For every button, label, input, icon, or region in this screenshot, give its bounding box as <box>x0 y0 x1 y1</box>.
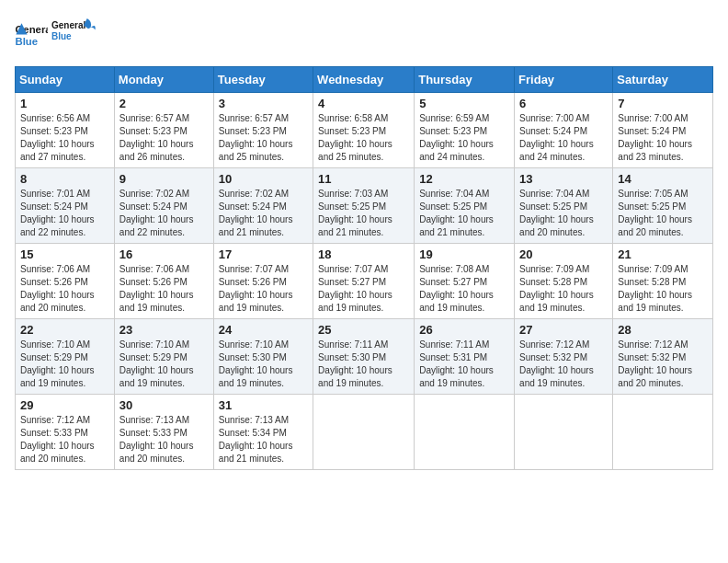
cell-info: Sunrise: 7:11 AM Sunset: 5:30 PM Dayligh… <box>318 339 409 390</box>
daylight-label: Daylight: 10 hours and 26 minutes. <box>119 139 194 162</box>
daylight-label: Daylight: 10 hours and 21 minutes. <box>219 441 293 464</box>
sunset-label: Sunset: 5:26 PM <box>119 277 188 287</box>
day-number: 20 <box>519 247 608 261</box>
calendar-cell: 30 Sunrise: 7:13 AM Sunset: 5:33 PM Dayl… <box>114 395 213 470</box>
calendar-cell: 20 Sunrise: 7:09 AM Sunset: 5:28 PM Dayl… <box>515 244 613 319</box>
calendar-week-row: 15 Sunrise: 7:06 AM Sunset: 5:26 PM Dayl… <box>16 244 713 319</box>
sunset-label: Sunset: 5:23 PM <box>318 126 386 136</box>
calendar-day-header: Sunday <box>16 67 115 93</box>
sunrise-label: Sunrise: 7:00 AM <box>618 113 688 123</box>
sunset-label: Sunset: 5:27 PM <box>318 277 386 287</box>
calendar-cell: 28 Sunrise: 7:12 AM Sunset: 5:32 PM Dayl… <box>613 319 713 395</box>
calendar-week-row: 29 Sunrise: 7:12 AM Sunset: 5:33 PM Dayl… <box>16 395 713 470</box>
sunset-label: Sunset: 5:28 PM <box>618 277 686 287</box>
calendar-cell: 6 Sunrise: 7:00 AM Sunset: 5:24 PM Dayli… <box>515 93 613 168</box>
daylight-label: Daylight: 10 hours and 19 minutes. <box>119 290 194 313</box>
cell-info: Sunrise: 7:12 AM Sunset: 5:32 PM Dayligh… <box>519 339 608 390</box>
calendar-cell <box>515 395 613 470</box>
logo-bird-icon: General Blue <box>51 15 97 52</box>
sunset-label: Sunset: 5:25 PM <box>618 201 686 212</box>
calendar-cell: 22 Sunrise: 7:10 AM Sunset: 5:29 PM Dayl… <box>16 319 115 395</box>
sunset-label: Sunset: 5:24 PM <box>20 201 88 212</box>
calendar-cell: 10 Sunrise: 7:02 AM Sunset: 5:24 PM Dayl… <box>213 168 313 244</box>
day-number: 13 <box>519 172 608 186</box>
sunrise-label: Sunrise: 7:04 AM <box>419 189 489 199</box>
sunrise-label: Sunrise: 7:10 AM <box>20 339 90 350</box>
cell-info: Sunrise: 7:11 AM Sunset: 5:31 PM Dayligh… <box>419 339 509 390</box>
day-number: 4 <box>318 97 409 110</box>
calendar-cell: 7 Sunrise: 7:00 AM Sunset: 5:24 PM Dayli… <box>613 93 713 168</box>
day-number: 31 <box>219 398 308 412</box>
sunset-label: Sunset: 5:34 PM <box>219 428 287 438</box>
cell-info: Sunrise: 7:06 AM Sunset: 5:26 PM Dayligh… <box>119 263 209 315</box>
sunset-label: Sunset: 5:32 PM <box>618 352 686 362</box>
day-number: 25 <box>318 323 409 337</box>
cell-info: Sunrise: 7:04 AM Sunset: 5:25 PM Dayligh… <box>519 188 608 239</box>
cell-info: Sunrise: 7:09 AM Sunset: 5:28 PM Dayligh… <box>519 263 608 315</box>
daylight-label: Daylight: 10 hours and 22 minutes. <box>20 214 95 237</box>
sunset-label: Sunset: 5:29 PM <box>20 352 88 362</box>
calendar-cell: 29 Sunrise: 7:12 AM Sunset: 5:33 PM Dayl… <box>16 395 115 470</box>
sunrise-label: Sunrise: 7:01 AM <box>20 189 90 199</box>
calendar-cell: 1 Sunrise: 6:56 AM Sunset: 5:23 PM Dayli… <box>16 93 115 168</box>
sunrise-label: Sunrise: 7:06 AM <box>20 264 90 274</box>
cell-info: Sunrise: 7:04 AM Sunset: 5:25 PM Dayligh… <box>419 188 509 239</box>
sunrise-label: Sunrise: 7:09 AM <box>618 264 688 274</box>
sunset-label: Sunset: 5:24 PM <box>618 126 686 136</box>
cell-info: Sunrise: 6:59 AM Sunset: 5:23 PM Dayligh… <box>419 112 509 164</box>
calendar-day-header: Thursday <box>415 67 515 93</box>
calendar-cell: 9 Sunrise: 7:02 AM Sunset: 5:24 PM Dayli… <box>114 168 213 244</box>
cell-info: Sunrise: 7:09 AM Sunset: 5:28 PM Dayligh… <box>618 263 708 315</box>
cell-info: Sunrise: 7:10 AM Sunset: 5:30 PM Dayligh… <box>219 339 308 390</box>
day-number: 26 <box>419 323 509 337</box>
daylight-label: Daylight: 10 hours and 20 minutes. <box>519 214 594 237</box>
sunset-label: Sunset: 5:30 PM <box>318 352 386 362</box>
calendar-cell: 26 Sunrise: 7:11 AM Sunset: 5:31 PM Dayl… <box>415 319 515 395</box>
sunrise-label: Sunrise: 6:57 AM <box>219 113 289 123</box>
calendar-cell: 13 Sunrise: 7:04 AM Sunset: 5:25 PM Dayl… <box>515 168 613 244</box>
sunrise-label: Sunrise: 7:09 AM <box>519 264 589 274</box>
sunset-label: Sunset: 5:23 PM <box>419 126 487 136</box>
daylight-label: Daylight: 10 hours and 25 minutes. <box>318 139 392 162</box>
day-number: 10 <box>219 172 308 186</box>
daylight-label: Daylight: 10 hours and 19 minutes. <box>119 365 194 388</box>
cell-info: Sunrise: 7:10 AM Sunset: 5:29 PM Dayligh… <box>119 339 209 390</box>
calendar-cell: 11 Sunrise: 7:03 AM Sunset: 5:25 PM Dayl… <box>313 168 415 244</box>
daylight-label: Daylight: 10 hours and 24 minutes. <box>419 139 494 162</box>
sunrise-label: Sunrise: 7:00 AM <box>519 113 589 123</box>
calendar-day-header: Friday <box>515 67 613 93</box>
svg-text:Blue: Blue <box>51 31 72 41</box>
calendar-cell <box>613 395 713 470</box>
sunset-label: Sunset: 5:30 PM <box>219 352 287 362</box>
day-number: 23 <box>119 323 209 337</box>
day-number: 18 <box>318 247 409 261</box>
calendar-week-row: 1 Sunrise: 6:56 AM Sunset: 5:23 PM Dayli… <box>16 93 713 168</box>
calendar-cell <box>415 395 515 470</box>
sunrise-label: Sunrise: 6:59 AM <box>419 113 489 123</box>
day-number: 3 <box>219 97 308 110</box>
day-number: 9 <box>119 172 209 186</box>
logo: General Blue General Blue <box>15 15 97 55</box>
calendar-week-row: 8 Sunrise: 7:01 AM Sunset: 5:24 PM Dayli… <box>16 168 713 244</box>
sunrise-label: Sunrise: 7:04 AM <box>519 189 589 199</box>
cell-info: Sunrise: 7:03 AM Sunset: 5:25 PM Dayligh… <box>318 188 409 239</box>
sunset-label: Sunset: 5:33 PM <box>119 428 188 438</box>
sunrise-label: Sunrise: 7:10 AM <box>219 339 289 350</box>
calendar-day-header: Tuesday <box>213 67 313 93</box>
calendar-cell: 4 Sunrise: 6:58 AM Sunset: 5:23 PM Dayli… <box>313 93 415 168</box>
cell-info: Sunrise: 7:08 AM Sunset: 5:27 PM Dayligh… <box>419 263 509 315</box>
day-number: 24 <box>219 323 308 337</box>
day-number: 1 <box>20 97 109 110</box>
sunrise-label: Sunrise: 7:10 AM <box>119 339 189 350</box>
sunset-label: Sunset: 5:25 PM <box>318 201 386 212</box>
calendar-cell: 8 Sunrise: 7:01 AM Sunset: 5:24 PM Dayli… <box>16 168 115 244</box>
calendar-cell: 2 Sunrise: 6:57 AM Sunset: 5:23 PM Dayli… <box>114 93 213 168</box>
sunset-label: Sunset: 5:29 PM <box>119 352 188 362</box>
calendar-day-header: Monday <box>114 67 213 93</box>
daylight-label: Daylight: 10 hours and 19 minutes. <box>419 365 494 388</box>
daylight-label: Daylight: 10 hours and 24 minutes. <box>519 139 594 162</box>
sunrise-label: Sunrise: 7:07 AM <box>318 264 388 274</box>
cell-info: Sunrise: 6:58 AM Sunset: 5:23 PM Dayligh… <box>318 112 409 164</box>
sunset-label: Sunset: 5:28 PM <box>519 277 587 287</box>
daylight-label: Daylight: 10 hours and 19 minutes. <box>519 365 594 388</box>
